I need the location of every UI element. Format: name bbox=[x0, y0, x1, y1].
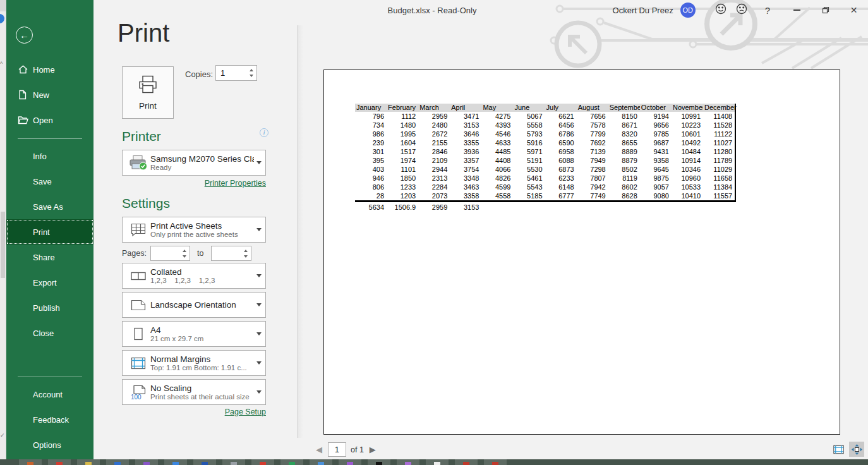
table-cell: 4826 bbox=[481, 174, 513, 183]
printer-dropdown[interactable]: Samsung M2070 Series Clas... Ready bbox=[122, 150, 266, 176]
back-arrow-icon: ← bbox=[20, 30, 29, 40]
taskbar-app-icon[interactable] bbox=[164, 459, 187, 465]
dropdown-subtitle: Top: 1.91 cm Bottom: 1.91 c... bbox=[150, 364, 254, 371]
back-button[interactable]: ← bbox=[16, 27, 33, 44]
show-margins-button[interactable] bbox=[831, 442, 846, 457]
titlebar-controls: Ockert Du Preez OD ? ✕ bbox=[613, 0, 868, 20]
taskbar-app-icon[interactable] bbox=[397, 459, 419, 465]
background-window-edge: ^ ✓ bbox=[0, 0, 6, 459]
pages-to-stepper bbox=[211, 246, 251, 261]
panel-divider-shadow bbox=[298, 25, 303, 438]
taskbar-app-icon[interactable] bbox=[106, 459, 129, 465]
table-cell: 8628 bbox=[608, 191, 640, 200]
table-cell: 5971 bbox=[513, 147, 545, 156]
sidebar-item-export[interactable]: Export bbox=[6, 270, 93, 295]
smiley-face-icon[interactable] bbox=[714, 3, 727, 18]
pages-to-spin-arrows[interactable] bbox=[241, 246, 251, 260]
taskbar-app-icon[interactable] bbox=[193, 459, 216, 465]
table-cell: 2073 bbox=[418, 191, 450, 200]
table-cell: 10960 bbox=[672, 174, 703, 183]
taskbar-app-icon[interactable] bbox=[426, 459, 449, 465]
sidebar-item-save[interactable]: Save bbox=[6, 169, 93, 194]
pages-from-spin-arrows[interactable] bbox=[179, 246, 190, 260]
help-button[interactable]: ? bbox=[765, 5, 770, 16]
taskbar-app-icon[interactable] bbox=[368, 459, 390, 465]
taskbar-app-icon[interactable] bbox=[310, 459, 332, 465]
previous-page-button[interactable]: ◀ bbox=[316, 445, 322, 454]
chevron-down-icon bbox=[256, 274, 262, 277]
dropdown-title: Normal Margins bbox=[150, 354, 254, 364]
restore-button[interactable] bbox=[811, 1, 840, 20]
sidebar-item-options[interactable]: Options bbox=[6, 432, 93, 457]
table-cell: 1480 bbox=[387, 121, 418, 130]
info-icon[interactable]: i bbox=[260, 128, 268, 137]
avatar[interactable]: OD bbox=[680, 3, 696, 18]
table-cell: 6233 bbox=[545, 174, 577, 183]
sidebar-item-account[interactable]: Account bbox=[6, 382, 93, 407]
table-header-cell: April bbox=[450, 104, 481, 112]
chevron-down-icon bbox=[256, 161, 262, 164]
table-cell: 7807 bbox=[577, 174, 608, 183]
close-button[interactable]: ✕ bbox=[840, 1, 868, 20]
taskbar-app-icon[interactable] bbox=[339, 459, 361, 465]
printer-section-heading: Printer bbox=[122, 129, 161, 144]
sidebar-item-save-as[interactable]: Save As bbox=[6, 194, 93, 219]
table-cell: 10484 bbox=[672, 147, 703, 156]
taskbar-app-icon[interactable] bbox=[222, 459, 245, 465]
next-page-button[interactable]: ▶ bbox=[370, 445, 376, 454]
table-cell: 4558 bbox=[481, 191, 513, 200]
print-button[interactable]: Print bbox=[122, 66, 174, 119]
table-cell: 3754 bbox=[450, 165, 481, 174]
setting-dropdown-margins[interactable]: Normal Margins Top: 1.91 cm Bottom: 1.91… bbox=[122, 350, 266, 376]
setting-dropdown-scaling[interactable]: 100 No Scaling Print sheets at their act… bbox=[122, 379, 266, 405]
sidebar-item-print[interactable]: Print bbox=[6, 219, 93, 245]
sidebar-item-open[interactable]: Open bbox=[6, 107, 93, 133]
setting-dropdown-paper-size[interactable]: A4 21 cm x 29.7 cm bbox=[122, 321, 266, 347]
sidebar-item-publish[interactable]: Publish bbox=[6, 295, 93, 320]
sidebar-item-feedback[interactable]: Feedback bbox=[6, 407, 93, 432]
sidebar-item-close[interactable]: Close bbox=[6, 320, 93, 346]
sidebar-item-info[interactable]: Info bbox=[6, 143, 93, 169]
setting-dropdown-print-what[interactable]: Print Active Sheets Only print the activ… bbox=[122, 217, 266, 243]
taskbar-app-icon[interactable] bbox=[48, 459, 71, 465]
page-setup-link[interactable]: Page Setup bbox=[225, 408, 266, 416]
taskbar-app-icon[interactable] bbox=[77, 459, 100, 465]
pages-from-input[interactable] bbox=[151, 246, 179, 260]
copies-input[interactable] bbox=[216, 66, 246, 80]
background-scrollbar-thumb[interactable] bbox=[1, 212, 5, 278]
spin-down-icon bbox=[250, 75, 253, 77]
taskbar-app-icon[interactable] bbox=[455, 459, 478, 465]
frowny-face-icon[interactable] bbox=[735, 3, 748, 18]
taskbar-app-icon[interactable] bbox=[280, 459, 303, 465]
sidebar-item-share[interactable]: Share bbox=[6, 245, 93, 270]
table-total-cell bbox=[608, 203, 640, 212]
sidebar-item-home[interactable]: Home bbox=[6, 57, 93, 82]
backstage-sidebar: ← Home New Open Info Save Save As Print … bbox=[6, 0, 93, 459]
setting-dropdown-orientation[interactable]: Landscape Orientation bbox=[122, 292, 266, 318]
printer-properties-link[interactable]: Printer Properties bbox=[205, 179, 266, 188]
minimize-icon bbox=[793, 9, 800, 11]
preview-table-wrap: JanuaryFebruaryMarchAprilMayJuneJulyAugu… bbox=[355, 104, 736, 212]
table-cell: 5793 bbox=[513, 130, 545, 138]
table-cell: 2284 bbox=[418, 183, 450, 191]
minimize-button[interactable] bbox=[783, 1, 811, 20]
setting-dropdown-collation[interactable]: Collated 1,2,3 1,2,3 1,2,3 bbox=[122, 263, 266, 289]
page-number-input[interactable] bbox=[328, 442, 346, 457]
sidebar-item-new[interactable]: New bbox=[6, 82, 93, 107]
table-cell: 403 bbox=[355, 165, 387, 174]
pages-to-input[interactable] bbox=[212, 246, 241, 260]
table-total-cell bbox=[481, 203, 513, 212]
table-cell: 796 bbox=[355, 112, 387, 121]
taskbar-app-icon[interactable] bbox=[484, 459, 507, 465]
table-cell: 7139 bbox=[577, 147, 608, 156]
user-name[interactable]: Ockert Du Preez bbox=[613, 6, 673, 15]
pages-from-stepper bbox=[150, 246, 190, 261]
table-cell: 9080 bbox=[640, 191, 672, 200]
taskbar-app-icon[interactable] bbox=[251, 459, 274, 465]
taskbar-app-icon[interactable] bbox=[19, 459, 42, 465]
copies-spin-arrows[interactable] bbox=[246, 66, 256, 80]
zoom-to-page-button[interactable] bbox=[849, 442, 864, 457]
table-cell: 3153 bbox=[450, 121, 481, 130]
table-cell: 7942 bbox=[577, 183, 608, 191]
taskbar-app-icon[interactable] bbox=[135, 459, 158, 465]
